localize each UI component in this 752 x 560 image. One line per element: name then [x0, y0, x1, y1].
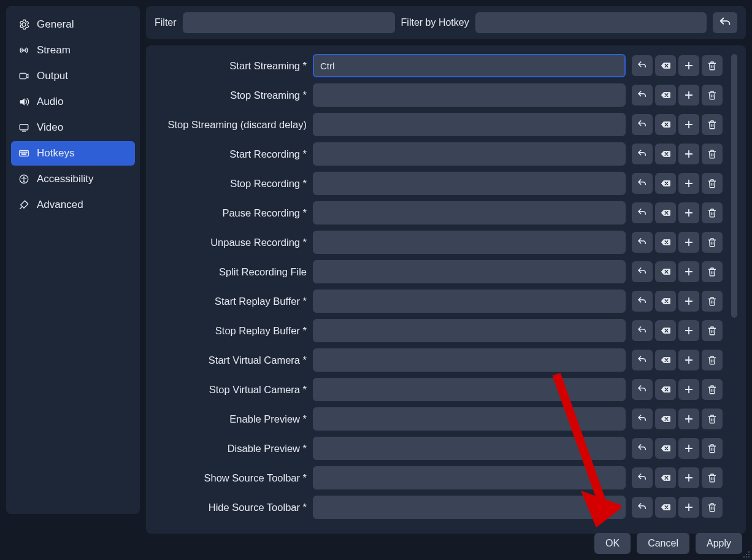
hotkey-remove-button[interactable] [702, 85, 723, 105]
hotkey-undo-button[interactable] [632, 291, 653, 312]
hotkey-undo-button[interactable] [632, 55, 653, 76]
sidebar-item-general[interactable]: General [11, 12, 135, 37]
hotkey-add-button[interactable] [678, 55, 699, 76]
trash-icon [707, 266, 718, 277]
hotkey-clear-button[interactable] [655, 85, 676, 105]
scrollbar[interactable] [731, 54, 737, 525]
hotkey-input-stop-replay-buffer[interactable] [313, 319, 626, 342]
hotkey-clear-button[interactable] [655, 232, 676, 253]
hotkey-add-button[interactable] [678, 320, 699, 341]
hotkey-undo-button[interactable] [632, 438, 653, 459]
hotkey-remove-button[interactable] [702, 497, 723, 518]
hotkey-remove-button[interactable] [702, 350, 723, 370]
scrollbar-thumb[interactable] [731, 54, 737, 318]
hotkey-clear-button[interactable] [655, 55, 676, 76]
resize-grip[interactable] [742, 550, 750, 558]
hotkey-clear-button[interactable] [655, 261, 676, 282]
sidebar-item-video[interactable]: Video [11, 115, 135, 140]
hotkey-undo-button[interactable] [632, 467, 653, 488]
hotkey-add-button[interactable] [678, 144, 699, 164]
hotkey-add-button[interactable] [678, 408, 699, 429]
hotkey-add-button[interactable] [678, 438, 699, 459]
hotkey-input-start-virtual-camera[interactable] [313, 348, 626, 372]
hotkey-undo-button[interactable] [632, 85, 653, 105]
hotkey-clear-button[interactable] [655, 202, 676, 223]
hotkey-input-unpause-recording[interactable] [313, 231, 626, 254]
sidebar-item-stream[interactable]: Stream [11, 38, 135, 63]
hotkey-remove-button[interactable] [702, 261, 723, 282]
hotkey-remove-button[interactable] [702, 232, 723, 253]
filter-hotkey-input[interactable] [475, 12, 707, 33]
cancel-button[interactable]: Cancel [637, 533, 689, 554]
hotkey-input-stop-streaming[interactable] [313, 83, 626, 107]
hotkey-add-button[interactable] [678, 467, 699, 488]
hotkey-input-hide-source-toolbar[interactable] [313, 496, 626, 519]
hotkey-undo-button[interactable] [632, 114, 653, 135]
hotkey-add-button[interactable] [678, 202, 699, 223]
ok-button[interactable]: OK [594, 533, 631, 554]
hotkey-clear-button[interactable] [655, 173, 676, 194]
hotkey-clear-button[interactable] [655, 467, 676, 488]
hotkey-add-button[interactable] [678, 291, 699, 312]
hotkey-clear-button[interactable] [655, 320, 676, 341]
reset-filters-button[interactable] [713, 12, 737, 33]
hotkey-clear-button[interactable] [655, 144, 676, 164]
hotkey-clear-button[interactable] [655, 408, 676, 429]
hotkey-add-button[interactable] [678, 85, 699, 105]
hotkey-input-start-replay-buffer[interactable] [313, 290, 626, 313]
hotkey-remove-button[interactable] [702, 173, 723, 194]
hotkey-add-button[interactable] [678, 261, 699, 282]
hotkey-undo-button[interactable] [632, 320, 653, 341]
hotkey-input-disable-preview[interactable] [313, 437, 626, 460]
hotkey-clear-button[interactable] [655, 438, 676, 459]
hotkey-remove-button[interactable] [702, 379, 723, 400]
hotkey-input-stop-virtual-camera[interactable] [313, 378, 626, 401]
sidebar-item-hotkeys[interactable]: Hotkeys [11, 141, 135, 166]
hotkey-undo-button[interactable] [632, 173, 653, 194]
hotkey-remove-button[interactable] [702, 467, 723, 488]
hotkey-clear-button[interactable] [655, 350, 676, 370]
hotkey-undo-button[interactable] [632, 261, 653, 282]
hotkey-label: Hide Source Toolbar * [155, 502, 307, 513]
hotkey-clear-button[interactable] [655, 114, 676, 135]
hotkey-clear-button[interactable] [655, 291, 676, 312]
hotkey-undo-button[interactable] [632, 202, 653, 223]
hotkey-remove-button[interactable] [702, 114, 723, 135]
hotkey-remove-button[interactable] [702, 320, 723, 341]
hotkey-input-enable-preview[interactable] [313, 407, 626, 431]
sidebar-item-audio[interactable]: Audio [11, 90, 135, 114]
hotkey-undo-button[interactable] [632, 232, 653, 253]
sidebar-item-accessibility[interactable]: Accessibility [11, 167, 135, 191]
hotkey-add-button[interactable] [678, 350, 699, 370]
hotkey-input-stop-recording[interactable] [313, 172, 626, 195]
hotkey-remove-button[interactable] [702, 438, 723, 459]
hotkey-input-start-streaming[interactable] [313, 54, 626, 77]
filter-input[interactable] [183, 12, 395, 33]
hotkey-undo-button[interactable] [632, 144, 653, 164]
hotkey-input-stop-streaming-discard[interactable] [313, 113, 626, 136]
hotkey-input-split-recording[interactable] [313, 260, 626, 283]
hotkey-remove-button[interactable] [702, 202, 723, 223]
hotkey-remove-button[interactable] [702, 55, 723, 76]
hotkey-add-button[interactable] [678, 173, 699, 194]
hotkey-clear-button[interactable] [655, 497, 676, 518]
hotkey-undo-button[interactable] [632, 379, 653, 400]
hotkey-undo-button[interactable] [632, 408, 653, 429]
hotkey-undo-button[interactable] [632, 350, 653, 370]
sidebar-item-advanced[interactable]: Advanced [11, 193, 135, 217]
hotkey-add-button[interactable] [678, 114, 699, 135]
hotkey-remove-button[interactable] [702, 408, 723, 429]
undo-icon [637, 296, 648, 307]
hotkey-clear-button[interactable] [655, 379, 676, 400]
hotkey-add-button[interactable] [678, 232, 699, 253]
hotkey-input-start-recording[interactable] [313, 142, 626, 166]
hotkey-remove-button[interactable] [702, 144, 723, 164]
hotkey-add-button[interactable] [678, 497, 699, 518]
sidebar-item-output[interactable]: Output [11, 64, 135, 88]
apply-button[interactable]: Apply [696, 533, 742, 554]
hotkey-add-button[interactable] [678, 379, 699, 400]
hotkey-remove-button[interactable] [702, 291, 723, 312]
hotkey-input-pause-recording[interactable] [313, 201, 626, 224]
hotkey-input-show-source-toolbar[interactable] [313, 466, 626, 489]
hotkey-undo-button[interactable] [632, 497, 653, 518]
